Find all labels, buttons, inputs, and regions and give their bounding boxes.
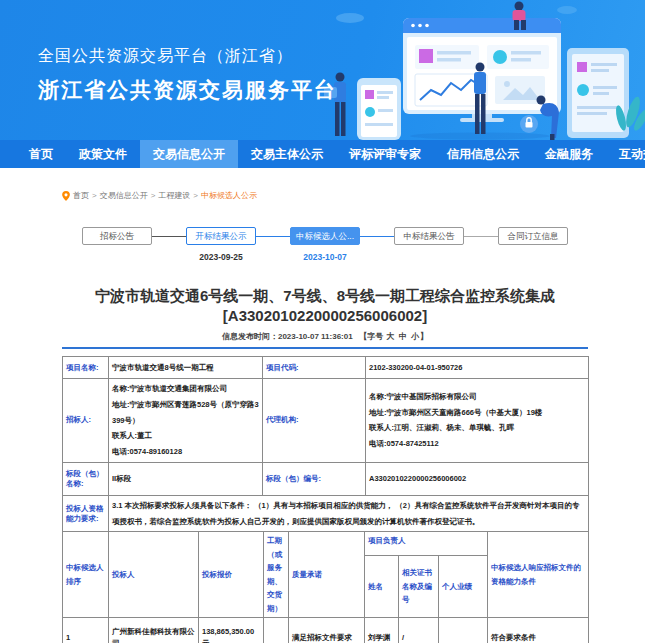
breadcrumb-item-home[interactable]: 首页 xyxy=(73,190,89,201)
nav-item-finance[interactable]: 金融服务 xyxy=(532,140,606,168)
publish-time: 2023-10-07 11:36:01 xyxy=(278,332,353,341)
step-date: 2023-10-07 xyxy=(303,252,346,262)
step-connector xyxy=(152,236,186,237)
fontsize-large-button[interactable]: 大 xyxy=(387,332,395,341)
title-divider xyxy=(62,347,588,349)
nav-item-home[interactable]: 首页 xyxy=(16,140,66,168)
breadcrumb: 首页 > 交易信息公开 > 工程建设 > 中标候选人公示 xyxy=(62,190,588,201)
col-header-manager-cert: 相关证书名称及编号 xyxy=(399,555,439,617)
breadcrumb-item-trade-info[interactable]: 交易信息公开 xyxy=(100,190,148,201)
site-subtitle: 全国公共资源交易平台（浙江省） xyxy=(38,46,337,67)
fontsize-suffix: 】 xyxy=(420,332,428,341)
field-label-agency: 代理机构: xyxy=(263,379,366,463)
candidate-price: 138,865,350.00元 xyxy=(199,618,264,643)
nav-item-policy[interactable]: 政策文件 xyxy=(66,140,140,168)
nav-item-trade-subject[interactable]: 交易主体公示 xyxy=(238,140,336,168)
col-header-bidder: 投标人 xyxy=(109,532,199,618)
table-row: 标段（包）名称: II标段 标段（包）编号: A3302010220000256… xyxy=(63,462,589,495)
nav-item-credit[interactable]: 信用信息公示 xyxy=(434,140,532,168)
step-connector xyxy=(360,236,394,237)
step-connector xyxy=(464,236,498,237)
col-header-rank: 中标候选人排序 xyxy=(63,532,109,618)
field-label-section-name: 标段（包）名称: xyxy=(63,462,109,495)
nav-item-experts[interactable]: 评标评审专家 xyxy=(336,140,434,168)
step-contract-info[interactable]: 合同订立信息 xyxy=(498,227,568,245)
page-title: 宁波市轨道交通6号线一期、7号线、8号线一期工程综合监控系统集成 [A33020… xyxy=(62,286,588,326)
main-content: 首页 > 交易信息公开 > 工程建设 > 中标候选人公示 招标公告 开标结果公示… xyxy=(62,190,588,643)
publish-time-label: 信息发布时间： xyxy=(222,332,278,341)
candidate-manager-name: 刘学渊 xyxy=(365,618,399,643)
candidate-manager-achievement xyxy=(439,618,488,643)
field-value-tenderer: 名称:宁波市轨道交通集团有限公司 地址:宁波市鄞州区青莲路528号（原宁穿路33… xyxy=(109,379,263,463)
candidates-table: 中标候选人排序 投标人 投标报价 工期（或服务期、交货期） 质量承诺 项目负责人… xyxy=(62,531,589,643)
breadcrumb-separator: > xyxy=(92,191,97,200)
fontsize-small-button[interactable]: 小 xyxy=(411,332,419,341)
table-row: 项目名称: 宁波市轨道交通8号线一期工程 项目代码: 2102-330200-0… xyxy=(63,357,589,379)
field-value-section-name: II标段 xyxy=(109,462,263,495)
fontsize-prefix: 【字号 xyxy=(359,332,383,341)
candidate-manager-cert: / xyxy=(399,618,439,643)
candidate-bidder: 广州新科佳都科技有限公司 xyxy=(109,618,199,643)
main-nav: 首页 政策文件 交易信息公开 交易主体公示 评标评审专家 信用信息公示 金融服务… xyxy=(0,140,645,168)
table-header-row: 中标候选人排序 投标人 投标报价 工期（或服务期、交货期） 质量承诺 项目负责人… xyxy=(63,532,589,556)
breadcrumb-separator: > xyxy=(151,191,156,200)
field-label-tenderer: 招标人: xyxy=(63,379,109,463)
field-value-agency: 名称:宁波中基国际招标有限公司 地址:宁波市鄞州区天童南路666号（中基大厦）1… xyxy=(366,379,589,463)
step-date: 2023-09-25 xyxy=(199,252,242,262)
field-value-qualification: 3.1 本次招标要求投标人须具备以下条件： （1）具有与本招标项目相应的供货能力… xyxy=(109,495,589,532)
table-row: 招标人: 名称:宁波市轨道交通集团有限公司 地址:宁波市鄞州区青莲路528号（原… xyxy=(63,379,589,463)
field-label-project-name: 项目名称: xyxy=(63,357,109,379)
site-banner: 全国公共资源交易平台（浙江省） 浙江省公共资源交易服务平台 xyxy=(0,0,645,140)
col-header-manager: 项目负责人 xyxy=(365,532,488,556)
col-header-quality: 质量承诺 xyxy=(289,532,365,618)
step-tender-announcement[interactable]: 招标公告 xyxy=(82,227,152,245)
banner-illustration xyxy=(315,0,645,140)
nav-item-interaction[interactable]: 互动交流 xyxy=(606,140,645,168)
step-connector xyxy=(256,236,290,237)
location-pin-icon xyxy=(62,191,70,201)
publish-meta: 信息发布时间：2023-10-07 11:36:01 【字号 大 中 小】 xyxy=(62,331,588,342)
col-header-manager-achievement: 个人业绩 xyxy=(439,555,488,617)
breadcrumb-item-construction[interactable]: 工程建设 xyxy=(158,190,190,201)
table-row: 投标人资格能力要求: 3.1 本次招标要求投标人须具备以下条件： （1）具有与本… xyxy=(63,495,589,532)
candidate-duration xyxy=(264,618,289,643)
step-winning-candidates[interactable]: 中标候选人公... xyxy=(290,227,360,245)
field-label-qualification: 投标人资格能力要求: xyxy=(63,495,109,532)
field-label-project-code: 项目代码: xyxy=(263,357,366,379)
site-title: 浙江省公共资源交易服务平台 xyxy=(38,76,337,104)
page-title-line1: 宁波市轨道交通6号线一期、7号线、8号线一期工程综合监控系统集成 xyxy=(62,286,588,306)
fontsize-medium-button[interactable]: 中 xyxy=(399,332,407,341)
field-value-project-name: 宁波市轨道交通8号线一期工程 xyxy=(109,357,263,379)
col-header-condition: 中标候选人响应招标文件的资格能力条件 xyxy=(488,532,589,618)
candidate-rank: 1 xyxy=(63,618,109,643)
step-bid-opening-result[interactable]: 开标结果公示 xyxy=(186,227,256,245)
col-header-duration: 工期（或服务期、交货期） xyxy=(264,532,289,618)
page-title-line2: [A3302010220000256006002] xyxy=(62,306,588,326)
field-value-section-code: A3302010220000256006002 xyxy=(366,462,589,495)
col-header-price: 投标报价 xyxy=(199,532,264,618)
project-info-table: 项目名称: 宁波市轨道交通8号线一期工程 项目代码: 2102-330200-0… xyxy=(62,356,589,532)
candidate-quality: 满足招标文件要求 xyxy=(289,618,365,643)
candidate-condition: 符合要求条件 xyxy=(488,618,589,643)
field-value-project-code: 2102-330200-04-01-950726 xyxy=(366,357,589,379)
candidate-row: 1 广州新科佳都科技有限公司 138,865,350.00元 满足招标文件要求 … xyxy=(63,618,589,643)
breadcrumb-separator: > xyxy=(193,191,198,200)
nav-item-trade-info[interactable]: 交易信息公开 xyxy=(140,140,238,168)
breadcrumb-item-candidates: 中标候选人公示 xyxy=(201,190,257,201)
col-header-manager-name: 姓名 xyxy=(365,555,399,617)
field-label-section-code: 标段（包）编号: xyxy=(263,462,366,495)
process-step-flow: 招标公告 开标结果公示 2023-09-25 中标候选人公... 2023-10… xyxy=(62,227,588,262)
step-winning-result[interactable]: 中标结果公告 xyxy=(394,227,464,245)
